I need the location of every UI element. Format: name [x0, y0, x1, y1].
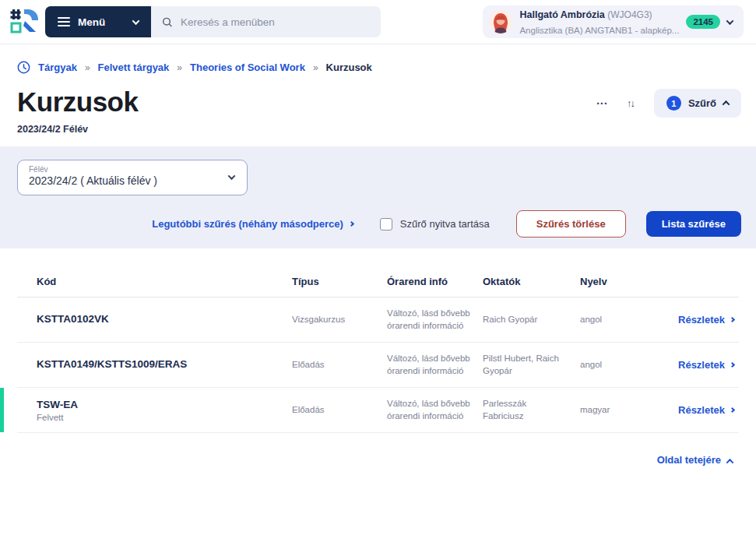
menu-search-group: Menü	[45, 6, 381, 37]
course-type: Vizsgakurzus	[292, 314, 387, 326]
clear-filter-button[interactable]: Szűrés törlése	[516, 210, 626, 238]
page-footer: Oldal tetejére	[0, 433, 756, 466]
recent-filter-label: Legutóbbi szűrés (néhány másodperce)	[152, 218, 343, 230]
recent-filter-link[interactable]: Legutóbbi szűrés (néhány másodperce)	[152, 218, 353, 230]
chevron-right-icon	[730, 407, 735, 413]
user-program: Anglisztika (BA) ANGTANB1 - alapkép...	[519, 26, 679, 35]
course-code: KSTTA0102VK	[37, 313, 292, 327]
breadcrumb-current: Kurzusok	[326, 62, 372, 73]
column-header-language: Nyelv	[580, 276, 667, 287]
user-name: Hallgató Ambrózia	[519, 9, 604, 20]
keep-filter-open-group: Szűrő nyitva tartása	[380, 218, 490, 231]
breadcrumb-separator: »	[313, 62, 318, 73]
neptun-logo-icon	[8, 7, 39, 37]
semester-select[interactable]: Félév 2023/24/2 ( Aktuális félév )	[17, 160, 248, 195]
column-header-type: Típus	[292, 276, 387, 287]
column-header-code: Kód	[37, 276, 292, 287]
table-row: KSTTA0149/KSTTS1009/ERAS Előadás Változó…	[17, 343, 739, 388]
neptun-courses-page: Menü	[0, 0, 756, 535]
more-options-icon[interactable]: ···	[590, 92, 614, 114]
breadcrumb-felvett-targyak[interactable]: Felvett tárgyak	[98, 62, 170, 73]
sort-icon[interactable]: ↑↓	[621, 93, 640, 114]
course-teachers: Parlesszák Fabriciusz	[483, 398, 580, 422]
breadcrumb-separator: »	[85, 62, 90, 73]
course-code: KSTTA0149/KSTTS1009/ERAS	[37, 358, 292, 372]
main-menu-button[interactable]: Menü	[45, 6, 151, 37]
table-header-row: Kód Típus Órarend infó Oktatók Nyelv	[17, 267, 739, 297]
course-teachers: Pilstl Hubert, Raich Gyopár	[483, 353, 580, 377]
keep-filter-open-checkbox[interactable]	[380, 218, 392, 231]
chevron-down-icon	[132, 17, 140, 25]
active-filter-count-badge: 1	[666, 96, 681, 111]
course-schedule: Változó, lásd bővebb órarendi információ	[387, 308, 483, 332]
course-schedule: Változó, lásd bővebb órarendi információ	[387, 353, 483, 377]
details-link[interactable]: Részletek	[678, 359, 739, 371]
credit-badge: 2145	[686, 15, 720, 29]
keep-filter-open-label: Szűrő nyitva tartása	[400, 218, 490, 230]
hamburger-icon	[58, 17, 70, 26]
breadcrumb-subject[interactable]: Theories of Social Work	[190, 62, 305, 73]
filter-panel: Félév 2023/24/2 ( Aktuális félév ) Legut…	[0, 146, 756, 248]
search-icon	[162, 16, 173, 28]
course-teachers: Raich Gyopár	[483, 314, 580, 326]
table-row: TSW-EA Felvett Előadás Változó, lásd bőv…	[17, 388, 739, 433]
chevron-up-icon	[726, 459, 734, 466]
user-info: Hallgató Ambrózia (WJO4G3) Anglisztika (…	[519, 6, 679, 37]
course-type: Előadás	[292, 404, 387, 417]
chevron-down-icon	[726, 17, 734, 25]
chevron-right-icon	[730, 317, 735, 322]
breadcrumb: Tárgyak » Felvett tárgyak » Theories of …	[0, 44, 756, 74]
details-link[interactable]: Részletek	[678, 314, 739, 326]
apply-filter-button[interactable]: Lista szűrése	[646, 211, 741, 237]
course-code: TSW-EA Felvett	[37, 399, 292, 422]
course-language: angol	[580, 359, 667, 371]
semester-select-value: 2023/24/2 ( Aktuális félév )	[29, 174, 236, 187]
details-label: Részletek	[678, 359, 725, 371]
filter-button-label: Szűrő	[688, 97, 716, 109]
breadcrumb-separator: »	[177, 62, 182, 73]
back-to-top-label: Oldal tetejére	[657, 454, 721, 466]
details-label: Részletek	[678, 404, 725, 416]
course-type: Előadás	[292, 359, 387, 371]
course-status: Felvett	[37, 413, 292, 422]
title-row: Kurzusok ··· ↑↓ 1 Szűrő	[0, 74, 756, 118]
table-row: KSTTA0102VK Vizsgakurzus Változó, lásd b…	[17, 297, 739, 343]
breadcrumb-targyak[interactable]: Tárgyak	[38, 62, 77, 73]
course-schedule: Változó, lásd bővebb órarendi információ	[387, 398, 483, 422]
menu-label: Menü	[78, 16, 105, 28]
semester-subtitle: 2023/24/2 Félév	[0, 118, 756, 135]
page-title: Kurzusok	[17, 86, 138, 118]
top-bar: Menü	[0, 0, 756, 44]
history-clock-icon	[17, 61, 30, 74]
column-header-schedule: Órarend infó	[387, 276, 483, 287]
title-toolbar: ··· ↑↓ 1 Szűrő	[590, 89, 741, 118]
details-label: Részletek	[678, 314, 725, 326]
chevron-right-icon	[349, 221, 354, 227]
menu-search-box	[151, 6, 381, 37]
menu-search-input[interactable]	[181, 16, 370, 28]
course-language: magyar	[580, 404, 667, 417]
course-table: Kód Típus Órarend infó Oktatók Nyelv KST…	[17, 267, 739, 433]
back-to-top-link[interactable]: Oldal tetejére	[657, 454, 733, 466]
course-language: angol	[580, 314, 667, 326]
chevron-up-icon	[723, 100, 730, 108]
user-neptun-code: (WJO4G3)	[607, 9, 652, 20]
details-link[interactable]: Részletek	[678, 404, 739, 416]
column-header-teachers: Oktatók	[483, 276, 580, 287]
chevron-right-icon	[730, 362, 735, 368]
filter-toggle-button[interactable]: 1 Szűrő	[654, 89, 741, 118]
semester-select-label: Félév	[29, 165, 236, 174]
user-menu[interactable]: Hallgató Ambrózia (WJO4G3) Anglisztika (…	[483, 5, 744, 38]
user-avatar	[489, 10, 512, 33]
filter-actions-row: Legutóbbi szűrés (néhány másodperce) Szű…	[17, 210, 741, 238]
